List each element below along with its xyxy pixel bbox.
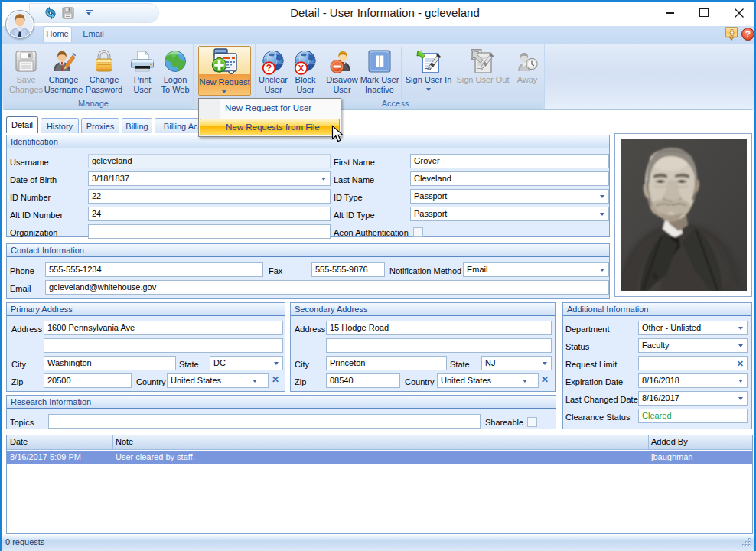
svg-text:?: ? <box>266 63 272 73</box>
svg-text:X: X <box>298 64 305 73</box>
